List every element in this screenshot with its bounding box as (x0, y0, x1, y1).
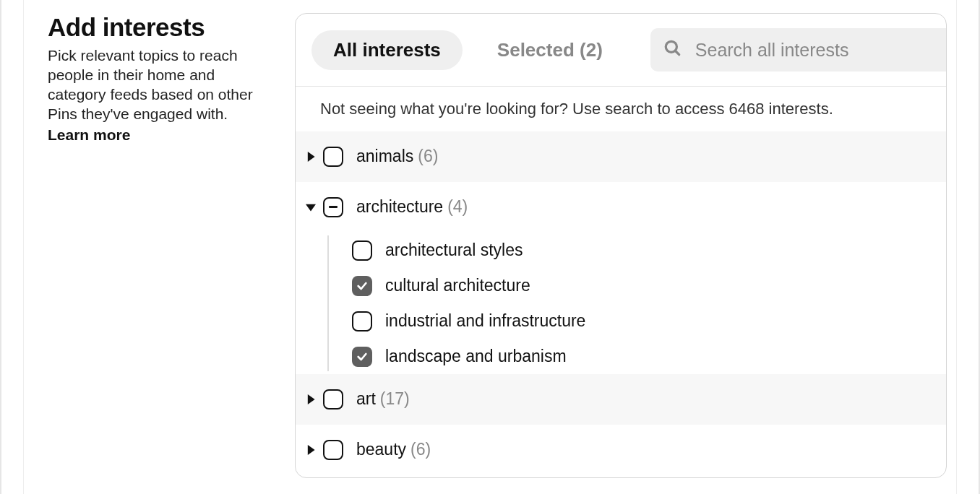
caret-right-icon[interactable] (304, 393, 317, 406)
search-box[interactable] (650, 28, 947, 72)
svg-marker-2 (308, 152, 315, 162)
svg-marker-3 (306, 204, 316, 211)
child-row-architectural-styles: architectural styles (327, 233, 946, 268)
sidebar: Add interests Pick relevant topics to re… (1, 0, 269, 144)
checkbox-animals[interactable] (323, 147, 343, 167)
svg-marker-4 (308, 394, 315, 404)
tree-row-architecture: architecture(4) (296, 182, 946, 233)
checkbox-architecture[interactable] (323, 197, 343, 217)
page-description: Pick relevant topics to reach people in … (48, 47, 253, 122)
caret-right-icon[interactable] (304, 443, 317, 456)
tree-row-art: art(17) (296, 374, 946, 425)
caret-down-icon[interactable] (304, 201, 317, 214)
tab-selected-label: Selected (497, 39, 575, 61)
row-label: animals (356, 147, 413, 166)
checkbox-art[interactable] (323, 389, 343, 410)
tab-selected[interactable]: Selected (2) (476, 30, 624, 70)
row-label: beauty (356, 440, 406, 459)
row-label: landscape and urbanism (385, 347, 567, 366)
child-row-industrial-and-infrastructure: industrial and infrastructure (327, 303, 946, 339)
row-count: (4) (447, 197, 468, 217)
row-label: industrial and infrastructure (385, 311, 585, 331)
checkbox-cultural-architecture[interactable] (352, 276, 372, 296)
row-label: cultural architecture (385, 276, 530, 295)
child-row-cultural-architecture: cultural architecture (327, 268, 946, 303)
tab-selected-count: (2) (580, 39, 603, 61)
interests-panel: All interests Selected (2) Not seeing wh… (295, 13, 947, 478)
tree-row-beauty: beauty(6) (296, 425, 946, 475)
search-input[interactable] (695, 40, 945, 61)
helper-text: Not seeing what you're looking for? Use … (296, 87, 946, 131)
search-icon (663, 39, 695, 61)
row-count: (17) (380, 389, 410, 409)
interests-tree: animals(6)architecture(4)architectural s… (296, 131, 946, 477)
checkbox-architectural-styles[interactable] (352, 240, 372, 261)
row-label: architectural styles (385, 240, 523, 260)
panel-header: All interests Selected (2) (296, 14, 946, 87)
checkbox-industrial-and-infrastructure[interactable] (352, 311, 372, 332)
children-architecture: architectural stylescultural architectur… (296, 233, 946, 374)
checkbox-landscape-and-urbanism[interactable] (352, 347, 372, 367)
row-count: (6) (411, 440, 431, 459)
caret-right-icon[interactable] (304, 150, 317, 163)
learn-more-link[interactable]: Learn more (48, 126, 130, 145)
tab-all-interests[interactable]: All interests (311, 30, 463, 70)
row-label: architecture (356, 197, 443, 217)
tree-row-animals: animals(6) (296, 131, 946, 182)
row-count: (6) (418, 147, 438, 166)
checkbox-beauty[interactable] (323, 440, 343, 460)
row-label: art (356, 389, 376, 409)
svg-line-1 (675, 51, 679, 54)
svg-marker-5 (308, 445, 315, 455)
child-row-landscape-and-urbanism: landscape and urbanism (327, 339, 946, 374)
page-title: Add interests (48, 13, 254, 42)
